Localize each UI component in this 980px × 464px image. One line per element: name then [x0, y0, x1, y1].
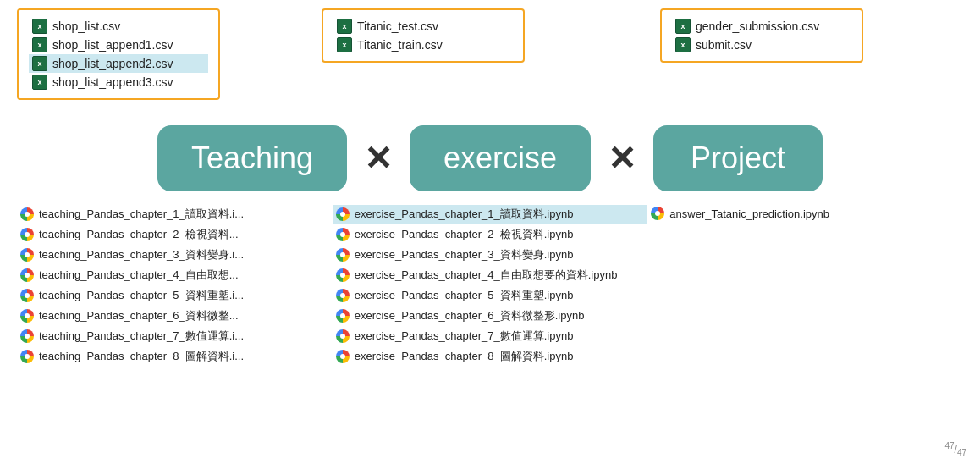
total-pages: 47	[957, 448, 966, 457]
excel-icon: x	[32, 19, 47, 34]
nb-item[interactable]: teaching_Pandas_chapter_7_數值運算.i...	[17, 327, 333, 345]
nb-item[interactable]: teaching_Pandas_chapter_1_讀取資料.i...	[17, 205, 333, 224]
chrome-icon	[336, 309, 350, 323]
nb-filename: exercise_Pandas_chapter_1_讀取資料.ipynb	[355, 207, 574, 222]
file-name: Titanic_train.csv	[357, 38, 443, 52]
file-name: gender_submission.csv	[696, 19, 819, 33]
nb-item[interactable]: teaching_Pandas_chapter_3_資料變身.i...	[17, 246, 333, 264]
nb-filename: exercise_Pandas_chapter_3_資料變身.ipynb	[355, 247, 574, 262]
file-name: submit.csv	[696, 38, 752, 52]
file-item[interactable]: x shop_list_append3.csv	[29, 73, 208, 91]
chrome-icon	[336, 268, 350, 282]
chrome-icon	[336, 329, 350, 343]
teaching-label: Teaching	[191, 141, 313, 175]
exercise-label: exercise	[443, 141, 557, 175]
excel-icon: x	[337, 19, 352, 34]
excel-icon: x	[337, 37, 352, 52]
nb-filename: exercise_Pandas_chapter_6_資料微整形.ipynb	[355, 308, 585, 323]
chrome-icon	[336, 289, 350, 302]
file-name: shop_list.csv	[52, 19, 120, 33]
nb-filename: exercise_Pandas_chapter_4_自由取想要的資料.ipynb	[355, 268, 618, 283]
file-item[interactable]: x gender_submission.csv	[672, 17, 851, 36]
nb-item[interactable]: exercise_Pandas_chapter_7_數值運算.ipynb	[333, 327, 648, 345]
excel-icon: x	[675, 37, 691, 52]
current-page: 47	[944, 441, 954, 450]
chrome-icon	[336, 228, 350, 241]
file-item[interactable]: x Titanic_test.csv	[333, 17, 513, 36]
exercise-list: exercise_Pandas_chapter_1_讀取資料.ipynb exe…	[333, 205, 648, 366]
nb-item[interactable]: exercise_Pandas_chapter_1_讀取資料.ipynb	[333, 205, 648, 224]
file-item[interactable]: x shop_list_append1.csv	[29, 36, 208, 54]
chrome-icon	[336, 350, 350, 363]
project-list: answer_Tatanic_prediction.ipynb	[647, 205, 963, 222]
nb-filename: teaching_Pandas_chapter_4_自由取想...	[39, 268, 239, 283]
category-row: Teaching ✕ exercise ✕ Project	[0, 108, 980, 205]
nb-filename: teaching_Pandas_chapter_6_資料微整...	[39, 308, 239, 323]
chrome-icon	[20, 268, 34, 282]
nb-filename: teaching_Pandas_chapter_7_數值運算.i...	[39, 329, 244, 344]
nb-item[interactable]: teaching_Pandas_chapter_2_檢視資料...	[17, 225, 333, 244]
nb-filename: exercise_Pandas_chapter_8_圖解資料.ipynb	[355, 349, 574, 364]
nb-filename: exercise_Pandas_chapter_2_檢視資料.ipynb	[355, 227, 574, 242]
titanic-box: x Titanic_test.csv x Titanic_train.csv	[322, 8, 525, 63]
exercise-box: exercise	[410, 125, 591, 191]
chrome-icon	[20, 228, 34, 241]
chrome-icon	[20, 329, 34, 343]
teaching-list: teaching_Pandas_chapter_1_讀取資料.i... teac…	[17, 205, 333, 366]
nb-item[interactable]: teaching_Pandas_chapter_4_自由取想...	[17, 266, 333, 284]
page-number: 47/47	[944, 441, 966, 457]
nb-item[interactable]: exercise_Pandas_chapter_3_資料變身.ipynb	[333, 246, 648, 264]
chrome-icon	[20, 207, 34, 221]
file-name: Titanic_test.csv	[357, 19, 438, 33]
file-item[interactable]: x shop_list_append2.csv	[29, 54, 208, 73]
project-box: Project	[653, 125, 823, 191]
file-boxes-section: x shop_list.csv x shop_list_append1.csv …	[0, 0, 980, 108]
nb-item[interactable]: exercise_Pandas_chapter_5_資料重塑.ipynb	[333, 286, 648, 305]
nb-filename: exercise_Pandas_chapter_7_數值運算.ipynb	[355, 329, 574, 344]
file-item[interactable]: x shop_list.csv	[29, 17, 208, 36]
gender-box: x gender_submission.csv x submit.csv	[660, 8, 863, 63]
file-name: shop_list_append3.csv	[52, 75, 173, 89]
nb-item[interactable]: teaching_Pandas_chapter_5_資料重塑.i...	[17, 286, 333, 305]
excel-icon: x	[32, 37, 47, 52]
file-name: shop_list_append1.csv	[52, 38, 173, 52]
nb-item[interactable]: exercise_Pandas_chapter_4_自由取想要的資料.ipynb	[333, 266, 648, 284]
nb-filename: teaching_Pandas_chapter_1_讀取資料.i...	[39, 207, 244, 222]
nb-item[interactable]: teaching_Pandas_chapter_8_圖解資料.i...	[17, 347, 333, 366]
nb-filename: teaching_Pandas_chapter_5_資料重塑.i...	[39, 288, 244, 303]
nb-item[interactable]: exercise_Pandas_chapter_2_檢視資料.ipynb	[333, 225, 648, 244]
shop-list-box: x shop_list.csv x shop_list_append1.csv …	[17, 8, 220, 100]
file-name: shop_list_append2.csv	[52, 57, 173, 70]
nb-item[interactable]: exercise_Pandas_chapter_8_圖解資料.ipynb	[333, 347, 648, 366]
chrome-icon	[20, 350, 34, 363]
chrome-icon	[651, 207, 664, 220]
nb-filename: teaching_Pandas_chapter_8_圖解資料.i...	[39, 349, 244, 364]
file-item[interactable]: x Titanic_train.csv	[333, 36, 513, 54]
nb-filename: teaching_Pandas_chapter_3_資料變身.i...	[39, 247, 244, 262]
file-item[interactable]: x submit.csv	[672, 36, 851, 54]
cross-symbol-1: ✕	[364, 139, 393, 178]
nb-item[interactable]: exercise_Pandas_chapter_6_資料微整形.ipynb	[333, 307, 648, 325]
file-lists-row: teaching_Pandas_chapter_1_讀取資料.i... teac…	[0, 205, 980, 366]
nb-filename: exercise_Pandas_chapter_5_資料重塑.ipynb	[355, 288, 574, 303]
chrome-icon	[336, 248, 350, 262]
excel-icon: x	[32, 56, 47, 71]
chrome-icon	[20, 309, 34, 323]
chrome-icon	[336, 207, 350, 221]
nb-filename: teaching_Pandas_chapter_2_檢視資料...	[39, 227, 239, 242]
nb-filename: answer_Tatanic_prediction.ipynb	[669, 207, 829, 220]
nb-item[interactable]: teaching_Pandas_chapter_6_資料微整...	[17, 307, 333, 325]
cross-symbol-2: ✕	[608, 139, 636, 178]
chrome-icon	[20, 289, 34, 302]
teaching-box: Teaching	[157, 125, 347, 191]
excel-icon: x	[32, 75, 47, 90]
chrome-icon	[20, 248, 34, 262]
project-label: Project	[691, 141, 785, 175]
nb-item[interactable]: answer_Tatanic_prediction.ipynb	[647, 205, 963, 222]
excel-icon: x	[675, 19, 691, 34]
